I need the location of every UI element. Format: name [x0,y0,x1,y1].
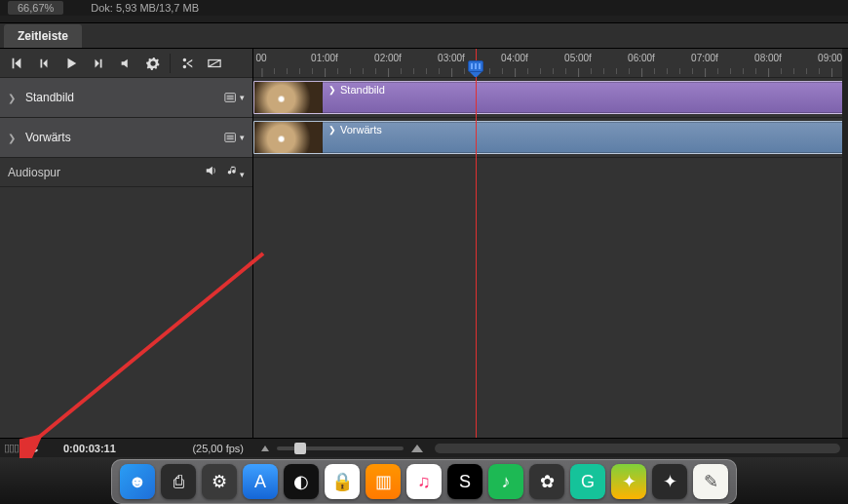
fps-display: (25,00 fps) [192,443,250,454]
dock-music[interactable]: ♫ [406,464,442,499]
scrollbar-horizontal[interactable] [435,444,840,453]
zoom-out-icon[interactable] [261,446,269,451]
view-mode-icon[interactable]: ▯▯▯ [4,442,19,454]
dock-notes[interactable]: ✎ [693,464,728,499]
track-options-button[interactable]: ▾ [224,131,245,144]
transition-button[interactable] [202,52,227,75]
export-icon[interactable] [26,441,40,456]
tab-timeline[interactable]: Zeitleiste [4,24,82,48]
track-name-label: Standbild [25,91,224,104]
play-button[interactable] [58,52,84,75]
document-size: Dok: 5,93 MB/13,7 MB [91,2,199,14]
dock-dashboard[interactable]: ◐ [284,464,319,499]
chevron-right-icon: ❯ [8,93,16,103]
dock-photos[interactable]: ✿ [529,464,564,499]
dock-sonos[interactable]: S [447,464,482,499]
ruler-tick: 08:00f [754,53,782,63]
status-bar: ▯▯▯ 0:00:03:11 (25,00 fps) [0,438,848,457]
track-header-column: ❯ Standbild ▾ ❯ Vorwärts ▾ Audiospur ▾ [0,49,253,438]
clip-standbild[interactable]: ❯Standbild [253,81,848,114]
dock-printer[interactable]: ⎙ [161,464,196,499]
track-lane[interactable]: ❯Standbild [253,78,848,118]
clip-thumbnail [254,82,323,113]
audio-track-label: Audiospur [8,166,205,179]
track-name-label: Vorwärts [25,131,224,144]
ruler-tick: 02:00f [374,53,402,63]
dock-finder[interactable]: ☻ [120,464,155,499]
playhead-line[interactable] [476,49,477,438]
zoom-in-icon[interactable] [411,445,423,452]
clip-label: Vorwärts [340,124,382,136]
dock-appstore[interactable]: A [243,464,278,499]
step-forward-button[interactable] [86,52,111,75]
ruler-tick: 09:00f [818,53,845,63]
dock-books[interactable]: ▥ [366,464,401,499]
clip-vorwaerts[interactable]: ❯Vorwärts [253,121,848,154]
playhead[interactable] [468,60,483,78]
settings-button[interactable] [140,52,166,75]
track-header-standbild[interactable]: ❯ Standbild ▾ [0,78,252,118]
split-clip-button[interactable] [174,52,200,75]
track-header-vorwaerts[interactable]: ❯ Vorwärts ▾ [0,118,252,158]
audio-track-header[interactable]: Audiospur ▾ [0,158,252,187]
macos-dock: ☻⎙⚙A◐🔒▥♫S♪✿G✦✦✎ [0,457,848,504]
scrollbar-vertical[interactable] [842,49,848,438]
step-back-button[interactable] [31,52,57,75]
chevron-right-icon: ❯ [8,133,16,143]
track-lane[interactable]: ❯Vorwärts [253,118,848,158]
panel-tabs: Zeitleiste [0,23,848,49]
ruler-tick: 07:00f [691,53,718,63]
clip-thumbnail [254,122,323,153]
ruler-tick: 06:00f [628,53,655,63]
chevron-right-icon: ❯ [328,85,336,95]
timeline-area[interactable]: 0001:00f02:00f03:00f04:00f05:00f06:00f07… [253,49,848,438]
playback-toolbar [0,49,252,78]
dock-settings[interactable]: ⚙ [202,464,237,499]
dock-grammarly[interactable]: G [570,464,605,499]
ruler-tick: 00 [255,53,266,63]
ruler-tick: 05:00f [564,53,592,63]
clip-label: Standbild [340,84,385,96]
divider [0,16,848,23]
zoom-percent[interactable]: 66,67% [8,1,63,15]
zoom-slider[interactable] [277,446,404,450]
chevron-right-icon: ❯ [328,125,336,135]
ruler-tick: 03:00f [438,53,465,63]
music-options-button[interactable]: ▾ [226,164,245,180]
ruler-tick: 01:00f [311,53,338,63]
speaker-icon[interactable] [205,164,218,180]
ruler-tick: 04:00f [501,53,528,63]
dock-premiere[interactable]: ✦ [652,464,687,499]
time-ruler[interactable]: 0001:00f02:00f03:00f04:00f05:00f06:00f07… [253,49,848,78]
app-info-bar: 66,67% Dok: 5,93 MB/13,7 MB [0,0,848,16]
dock-1password[interactable]: 🔒 [325,464,360,499]
mute-button[interactable] [113,52,138,75]
dock-maps[interactable]: ✦ [611,464,646,499]
track-options-button[interactable]: ▾ [224,91,245,104]
timecode-display: 0:00:03:11 [63,443,116,454]
dock-spotify[interactable]: ♪ [488,464,523,499]
go-to-start-button[interactable] [4,52,29,75]
